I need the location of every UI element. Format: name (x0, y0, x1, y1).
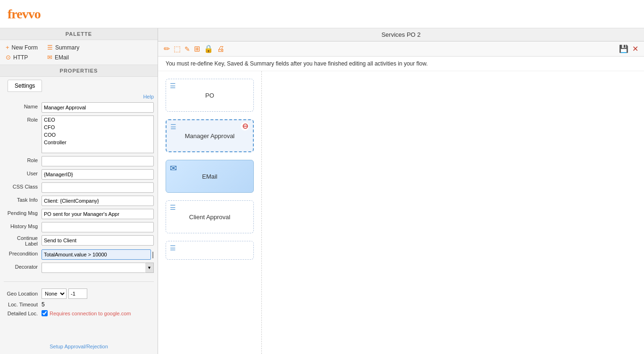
continue-label: Continue Label (4, 235, 42, 247)
save-icon[interactable]: 💾 (619, 44, 628, 53)
minus-button[interactable]: ⊖ (241, 122, 249, 131)
properties-header: PROPERTIES (0, 65, 158, 77)
app-logo: frevvo (8, 7, 41, 22)
palette-items: + New Form ⊙ HTTP ☰ Summary ✉ EMail (0, 40, 158, 65)
role2-row: Role (4, 156, 154, 166)
po-card-label: PO (205, 92, 214, 99)
role-cfo[interactable]: CFO (42, 123, 153, 131)
role-coo[interactable]: COO (42, 131, 153, 139)
http-label: HTTP (13, 54, 28, 61)
main-layout: PALETTE + New Form ⊙ HTTP ☰ Summary ✉ (0, 28, 644, 354)
flow-card-more[interactable]: ☰ (166, 241, 254, 260)
print-icon[interactable]: 🖨 (217, 45, 225, 53)
close-icon[interactable]: ✕ (632, 44, 638, 53)
properties-form: Name Role CEO CFO COO Controller Role Us… (0, 101, 158, 277)
detailed-loc-checkbox[interactable] (42, 310, 48, 316)
email-icon: ✉ (47, 54, 52, 61)
precondition-input[interactable] (42, 249, 151, 260)
task-row: Task Info (4, 196, 154, 206)
palette-header: PALETTE (0, 28, 158, 40)
palette-item-summary[interactable]: ☰ Summary (47, 44, 79, 51)
continue-input[interactable] (42, 235, 154, 246)
loc-timeout-row: Loc. Timeout 5 (4, 301, 154, 308)
detailed-loc-label: Detailed Loc. (4, 311, 42, 316)
precondition-label: Precondition (4, 249, 42, 256)
geo-section: Geo Location None Loc. Timeout 5 Detaile… (0, 287, 158, 321)
left-panel: PALETTE + New Form ⊙ HTTP ☰ Summary ✉ (0, 28, 158, 354)
role-label: Role (4, 115, 42, 123)
lock-icon[interactable]: 🔒 (204, 44, 213, 53)
form-icon[interactable]: ✎ (184, 45, 190, 53)
flow-column: ☰ PO ☰ ⊖ Manager Approval ✉ EMail ☰ (158, 71, 262, 354)
decorator-input[interactable] (42, 263, 145, 273)
decorator-label: Decorator (4, 263, 42, 270)
role-controller[interactable]: Controller (42, 139, 153, 146)
css-row: CSS Class (4, 182, 154, 193)
warning-bar: You must re-define Key, Saved & Summary … (158, 57, 644, 71)
role-ceo[interactable]: CEO (42, 116, 153, 123)
loc-timeout-label: Loc. Timeout (4, 302, 42, 307)
geo-location-label: Geo Location (4, 291, 42, 296)
user-row: User (4, 169, 154, 180)
geo-number-input[interactable] (68, 288, 87, 299)
manager-card-icon: ☰ (170, 123, 176, 131)
pending-row: Pending Msg (4, 209, 154, 219)
loc-timeout-value: 5 (42, 301, 45, 308)
edit-icon[interactable]: ✏ (164, 44, 170, 53)
history-input[interactable] (42, 222, 154, 232)
canvas: ☰ PO ☰ ⊖ Manager Approval ✉ EMail ☰ (158, 71, 644, 354)
detailed-loc-row: Detailed Loc. Requires connection to goo… (4, 310, 154, 316)
name-input[interactable] (42, 102, 154, 113)
grid-icon[interactable]: ⊞ (194, 44, 200, 53)
palette-item-email[interactable]: ✉ EMail (47, 54, 79, 61)
palette-item-http[interactable]: ⊙ HTTP (6, 54, 38, 61)
user-label: User (4, 169, 42, 176)
history-row: History Msg (4, 222, 154, 232)
right-header: Services PO 2 (158, 28, 644, 41)
help-link[interactable]: Help (0, 92, 158, 101)
email-palette-label: EMail (55, 54, 69, 61)
name-row: Name (4, 102, 154, 113)
settings-tab[interactable]: Settings (8, 80, 42, 92)
role2-label: Role (4, 156, 42, 163)
history-label: History Msg (4, 222, 42, 229)
task-label: Task Info (4, 196, 42, 203)
app-header: frevvo (0, 0, 644, 28)
more-card-icon: ☰ (170, 244, 176, 252)
palette-item-new-form[interactable]: + New Form (6, 44, 38, 51)
css-label: CSS Class (4, 182, 42, 189)
flow-card-po[interactable]: ☰ PO (166, 79, 254, 112)
user-input[interactable] (42, 169, 154, 180)
flow-card-manager-approval[interactable]: ☰ ⊖ Manager Approval (166, 119, 254, 152)
po-card-icon: ☰ (170, 82, 176, 90)
copy-icon[interactable]: ⬚ (174, 44, 181, 53)
decorator-dropdown-btn[interactable]: ▼ (145, 263, 154, 273)
right-panel: Services PO 2 ✏ ⬚ ✎ ⊞ 🔒 🖨 💾 ✕ You must r… (158, 28, 644, 354)
pending-input[interactable] (42, 209, 154, 219)
flow-card-client-approval[interactable]: ☰ Client Approval (166, 200, 254, 233)
client-card-icon: ☰ (170, 204, 176, 211)
geo-location-select[interactable]: None (42, 288, 67, 299)
pending-label: Pending Msg (4, 209, 42, 216)
flow-card-email[interactable]: ✉ EMail (166, 160, 254, 193)
client-card-label: Client Approval (189, 214, 230, 221)
palette-col-left: + New Form ⊙ HTTP (6, 44, 38, 61)
right-title: Services PO 2 (201, 31, 601, 38)
circle-icon: ⊙ (6, 54, 11, 61)
email-card-label: EMail (202, 173, 217, 180)
plus-icon: + (6, 44, 9, 51)
requires-google-text[interactable]: Requires connection to google.com (50, 311, 131, 316)
setup-approval-link[interactable]: Setup Approval/Rejection (0, 339, 158, 354)
role2-input[interactable] (42, 156, 154, 166)
new-form-label: New Form (12, 44, 38, 51)
email-card-icon: ✉ (170, 163, 177, 173)
toolbar-right: 💾 ✕ (619, 44, 638, 53)
cursor-icon: | (152, 251, 154, 258)
manager-card-label: Manager Approval (185, 132, 235, 140)
role-listbox[interactable]: CEO CFO COO Controller (42, 115, 154, 153)
task-input[interactable] (42, 196, 154, 206)
precondition-row: Precondition | (4, 249, 154, 260)
css-input[interactable] (42, 182, 154, 193)
toolbar: ✏ ⬚ ✎ ⊞ 🔒 🖨 💾 ✕ (158, 41, 644, 57)
list-icon: ☰ (47, 44, 53, 51)
